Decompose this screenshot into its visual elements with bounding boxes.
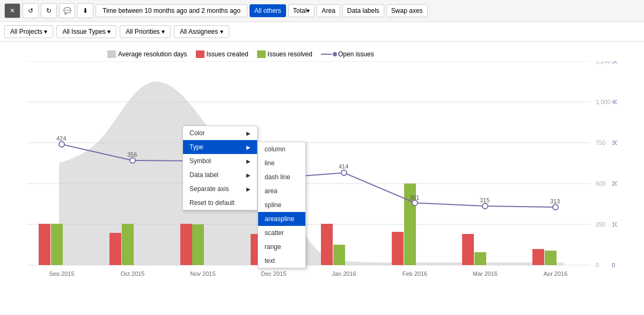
bar-mar-resolved [474,252,486,265]
y-right1-1250: 1,250 [596,61,611,64]
menu-color-arrow: ▶ [246,130,251,136]
menu-symbol-arrow: ▶ [246,158,251,164]
y-right2-300: 300 [612,140,617,146]
label-315: 315 [480,197,489,203]
label-424: 424 [56,135,66,142]
legend-issues-resolved: Issues resolved [257,50,312,58]
dot-jan [341,170,347,175]
menu-data-label[interactable]: Data label ▶ [183,168,257,182]
avg-resolution-label: Average resolution days [118,50,187,58]
y-right2-400: 400 [612,99,617,105]
comment-button[interactable]: 💬 [59,3,75,18]
type-dash-line[interactable]: dash line [258,170,305,184]
label-414: 414 [339,163,348,170]
issue-types-filter[interactable]: All Issue Types [56,25,116,38]
bar-jan-resolved [333,245,345,265]
dot-oct [130,158,135,163]
dot-feb [412,200,418,206]
menu-type-arrow: ▶ [246,144,251,150]
swap-axes-button[interactable]: Swap axes [386,4,428,17]
x-jan2016: Jan 2016 [332,270,356,276]
menu-symbol-label: Symbol [189,157,211,165]
main-chart: 424 356 419 414 301 315 313 0 50 100 150… [27,61,617,276]
bar-apr-created [532,249,544,265]
x-sep2015: Sep 2015 [49,270,74,276]
bar-nov-created [180,224,192,265]
context-menu: Color ▶ Type ▶ Symbol ▶ Data label ▶ Sep… [182,126,258,210]
type-line[interactable]: line [258,156,305,170]
dot-mar [482,203,488,209]
menu-data-label-label: Data label [189,171,218,179]
bar-sep-resolved [51,224,63,265]
download-button[interactable]: ⬇ [77,3,93,18]
open-issues-label: Open issues [338,50,374,58]
issues-resolved-swatch [257,50,266,58]
x-apr2016: Apr 2016 [544,270,568,276]
total-button[interactable]: Total ▾ [288,4,314,17]
y-right1-0: 0 [596,262,599,268]
projects-filter[interactable]: All Projects [4,25,53,38]
label-301: 301 [409,194,419,201]
bar-oct-resolved [122,224,134,265]
menu-separate-axis-label: Separate axis [189,185,229,193]
y-right1-1000: 1,000 [596,99,611,105]
legend-avg-resolution: Average resolution days [107,50,187,58]
menu-symbol[interactable]: Symbol ▶ [183,154,257,168]
label-356: 356 [127,151,137,158]
issues-created-label: Issues created [207,50,248,58]
type-area[interactable]: area [258,184,305,198]
type-scatter[interactable]: scatter [258,226,305,240]
dot-sep [59,142,64,147]
menu-type-label: Type [189,143,203,151]
undo-button[interactable]: ↺ [23,3,39,18]
priorities-filter[interactable]: All Priorities [120,25,171,38]
x-feb2016: Feb 2016 [402,270,427,276]
area-button[interactable]: Area [317,4,340,17]
y-right1-750: 750 [596,140,605,146]
assignees-filter[interactable]: All Assignees [174,25,229,38]
type-submenu: column line dash line area spline areasp… [258,142,306,268]
type-spline[interactable]: spline [258,198,305,212]
type-areaspline[interactable]: areaspline [258,212,305,226]
time-range-button[interactable]: Time between 10 months ago and 2 months … [96,4,247,17]
issues-created-swatch [196,50,204,58]
filter-bar: All Projects All Issue Types All Priorit… [0,22,644,42]
dot-apr [553,204,558,210]
type-text[interactable]: text [258,254,305,268]
bar-sep-created [39,224,50,265]
chart-container: Average resolution days Issues created I… [0,42,644,305]
menu-reset[interactable]: Reset to default [183,196,257,210]
open-issues-line [321,54,332,55]
y-right1-250: 250 [596,221,605,228]
x-mar2016: Mar 2016 [473,270,497,276]
legend-open-issues: Open issues [321,50,374,58]
menu-separate-axis[interactable]: Separate axis ▶ [183,182,257,196]
legend-issues-created: Issues created [196,50,248,58]
bar-apr-resolved [545,251,557,265]
chart-svg: 424 356 419 414 301 315 313 0 50 100 150… [27,61,644,276]
bar-oct-created [109,233,121,265]
menu-separate-axis-arrow: ▶ [246,186,251,192]
avg-resolution-area [59,82,564,265]
menu-data-label-arrow: ▶ [246,172,251,178]
chart-legend: Average resolution days Issues created I… [0,47,644,61]
type-column[interactable]: column [258,142,305,156]
y-right2-0: 0 [612,262,615,268]
menu-type[interactable]: Type ▶ [183,140,257,154]
y-right1-500: 500 [596,180,605,187]
open-issues-dot [333,52,337,56]
redo-button[interactable]: ↻ [41,3,57,18]
data-labels-button[interactable]: Data labels [342,4,384,17]
toolbar: ✕ ↺ ↻ 💬 ⬇ Time between 10 months ago and… [0,0,644,22]
pin-button[interactable]: ✕ [4,3,20,18]
bar-mar-created [462,234,474,265]
type-range[interactable]: range [258,240,305,254]
y-right2-100: 100 [612,221,617,228]
menu-color[interactable]: Color ▶ [183,126,257,140]
x-oct2015: Oct 2015 [121,270,145,276]
avg-resolution-swatch [107,50,116,58]
issues-resolved-label: Issues resolved [268,50,312,58]
all-others-button[interactable]: All others [250,4,286,17]
context-menu-overlay: Color ▶ Type ▶ Symbol ▶ Data label ▶ Sep… [182,126,258,210]
label-313: 313 [550,198,560,204]
